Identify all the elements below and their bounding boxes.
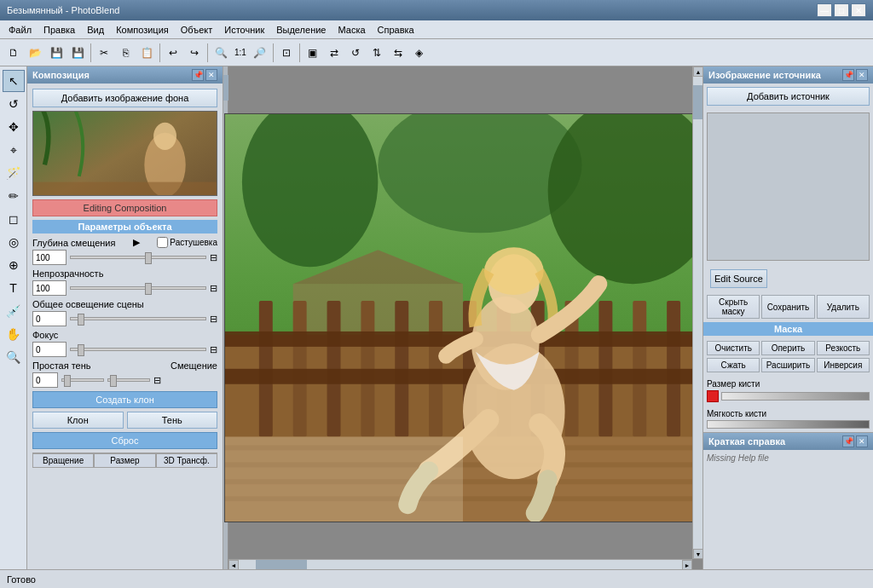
scroll-thumb-h[interactable] <box>256 560 307 569</box>
scroll-down-button[interactable]: ▼ <box>693 549 702 559</box>
open-button[interactable]: 📂 <box>25 43 45 63</box>
edit-source-area: Edit Source <box>703 264 873 293</box>
delete-mask-button[interactable]: Удалить <box>817 295 870 319</box>
add-source-button[interactable]: Добавить источник <box>707 87 870 106</box>
scroll-thumb-v[interactable] <box>693 85 702 119</box>
brush-size-label: Размер кисти <box>707 379 870 389</box>
depth-input[interactable] <box>32 250 66 265</box>
copy-button[interactable]: ⎘ <box>115 43 136 63</box>
tool-paint[interactable]: ✏ <box>3 185 25 207</box>
help-text: Missing Help file <box>707 453 769 463</box>
pin-button[interactable]: ◈ <box>409 43 430 63</box>
minimize-button[interactable]: — <box>817 3 832 17</box>
tool-hand[interactable]: ✋ <box>3 323 25 345</box>
scroll-left-button[interactable]: ◄ <box>228 560 239 569</box>
tool-clone[interactable]: ⊕ <box>3 254 25 276</box>
menu-source[interactable]: Источник <box>219 23 269 37</box>
shadow-label-row: Простая тень Смещение <box>32 360 217 371</box>
opacity-input[interactable] <box>32 280 66 296</box>
scroll-up-button[interactable]: ▲ <box>693 66 702 77</box>
editing-composition-button[interactable]: Editing Composition <box>32 199 217 216</box>
canvas-vscroll-thumb[interactable] <box>223 75 228 101</box>
tab-3d[interactable]: 3D Трансф. <box>156 453 217 468</box>
add-background-button[interactable]: Добавить изображение фона <box>32 89 217 107</box>
menu-edit[interactable]: Правка <box>38 23 80 37</box>
menu-help[interactable]: Справка <box>373 23 419 37</box>
scene-light-slider[interactable] <box>70 317 206 320</box>
new-button[interactable]: 🗋 <box>3 43 24 63</box>
zoom-out-button[interactable]: 🔎 <box>250 43 270 63</box>
cut-button[interactable]: ✂ <box>94 43 114 63</box>
reset-button[interactable]: Сброс <box>32 432 217 449</box>
tool-lasso[interactable]: ⌖ <box>3 139 25 161</box>
tool-rotate[interactable]: ↺ <box>3 93 25 115</box>
transform-button[interactable]: ⇄ <box>324 43 344 63</box>
flip-button[interactable]: ⇅ <box>367 43 387 63</box>
rotate-button[interactable]: ↺ <box>345 43 366 63</box>
save-button[interactable]: 💾 <box>46 43 66 63</box>
invert-button[interactable]: Инверсия <box>817 358 870 372</box>
help-pin-button[interactable]: 📌 <box>842 435 854 447</box>
close-button[interactable]: ✕ <box>851 3 866 17</box>
scene-light-input[interactable] <box>32 311 66 326</box>
focus-slider[interactable] <box>70 348 206 351</box>
menu-composition[interactable]: Композиция <box>111 23 174 37</box>
canvas-vscrollbar[interactable]: ▲ ▼ <box>692 66 702 559</box>
opacity-slider[interactable] <box>70 286 206 290</box>
scroll-right-button[interactable]: ► <box>682 560 692 569</box>
menu-bar: Файл Правка Вид Композиция Объект Источн… <box>0 20 873 39</box>
canvas-hscrollbar[interactable]: ◄ ► <box>228 559 692 569</box>
depth-arrow[interactable]: ▶ <box>133 237 140 248</box>
menu-view[interactable]: Вид <box>82 23 109 37</box>
clear-button[interactable]: Очистить <box>707 341 760 355</box>
create-clone-button[interactable]: Создать клон <box>32 391 217 408</box>
shadow-button[interactable]: Тень <box>127 412 218 429</box>
source-close-button[interactable]: ✕ <box>856 69 868 81</box>
paste-button[interactable]: 📋 <box>136 43 157 63</box>
tool-arrow[interactable]: ↖ <box>3 70 25 92</box>
tool-eraser[interactable]: ◻ <box>3 208 25 230</box>
feather-checkbox[interactable] <box>157 237 168 248</box>
clone-button[interactable]: Клон <box>32 412 124 429</box>
edit-source-button[interactable]: Edit Source <box>710 269 767 288</box>
zoom-in-button[interactable]: 🔍 <box>211 43 231 63</box>
apply-button[interactable]: Оперить <box>761 341 814 355</box>
brush-size-slider[interactable] <box>721 392 870 401</box>
sharp-button[interactable]: Резкость <box>817 341 870 355</box>
expand-button[interactable]: Расширить <box>761 358 814 372</box>
mask-controls: Очистить Оперить Резкость Сжать Расширит… <box>703 337 873 376</box>
maximize-button[interactable]: □ <box>834 3 849 17</box>
offset-slider[interactable] <box>107 378 150 382</box>
mirror-button[interactable]: ⇆ <box>388 43 408 63</box>
toolbar-sep-3 <box>207 43 208 62</box>
menu-file[interactable]: Файл <box>3 23 37 37</box>
tool-text[interactable]: T <box>3 277 25 299</box>
menu-selection[interactable]: Выделение <box>271 23 331 37</box>
tool-eyedrop[interactable]: 💉 <box>3 300 25 322</box>
tool-move[interactable]: ✥ <box>3 116 25 138</box>
panel-close-button[interactable]: ✕ <box>205 69 217 81</box>
source-pin-button[interactable]: 📌 <box>842 69 854 81</box>
tab-rotation[interactable]: Вращение <box>32 453 94 468</box>
undo-button[interactable]: ↩ <box>163 43 183 63</box>
save-mask-button[interactable]: Сохранить <box>761 295 814 319</box>
tool-wand[interactable]: 🪄 <box>3 162 25 184</box>
tool-blur[interactable]: ◎ <box>3 231 25 253</box>
menu-mask[interactable]: Маска <box>333 23 371 37</box>
tab-size[interactable]: Размер <box>94 453 155 468</box>
compress-button[interactable]: Сжать <box>707 358 760 372</box>
focus-input[interactable] <box>32 342 66 357</box>
depth-slider[interactable] <box>70 256 206 259</box>
hide-mask-button[interactable]: Скрыть маску <box>707 295 760 319</box>
panel-pin-button[interactable]: 📌 <box>192 69 204 81</box>
saveas-button[interactable]: 💾 <box>67 43 88 63</box>
help-close-button[interactable]: ✕ <box>856 435 868 447</box>
fit-button[interactable]: ⊡ <box>276 43 297 63</box>
menu-object[interactable]: Объект <box>176 23 217 37</box>
select-all-button[interactable]: ▣ <box>303 43 323 63</box>
shadow-input[interactable] <box>32 372 58 388</box>
redo-button[interactable]: ↪ <box>184 43 205 63</box>
tool-zoom[interactable]: 🔍 <box>3 346 25 368</box>
shadow-slider[interactable] <box>61 378 104 382</box>
brush-soft-slider[interactable] <box>707 420 870 429</box>
